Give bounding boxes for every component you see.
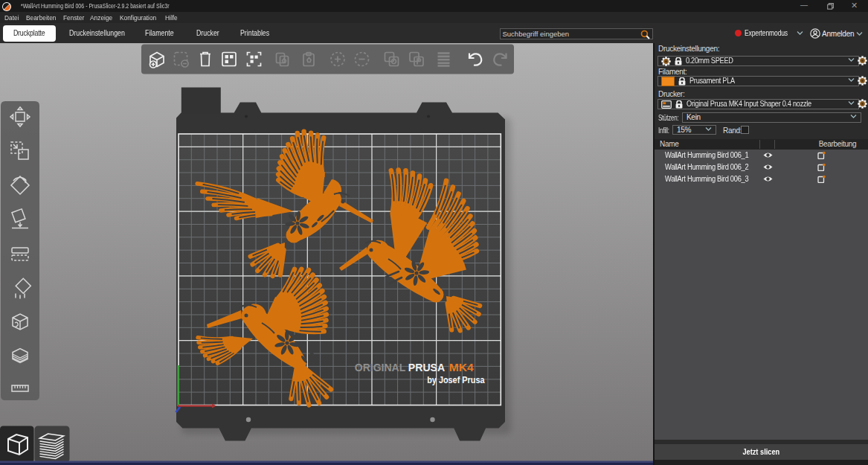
svg-text:by Josef Prusa: by Josef Prusa bbox=[427, 375, 485, 385]
svg-text:ORIGINALPRUSAMK4: ORIGINALPRUSAMK4 bbox=[355, 361, 474, 373]
